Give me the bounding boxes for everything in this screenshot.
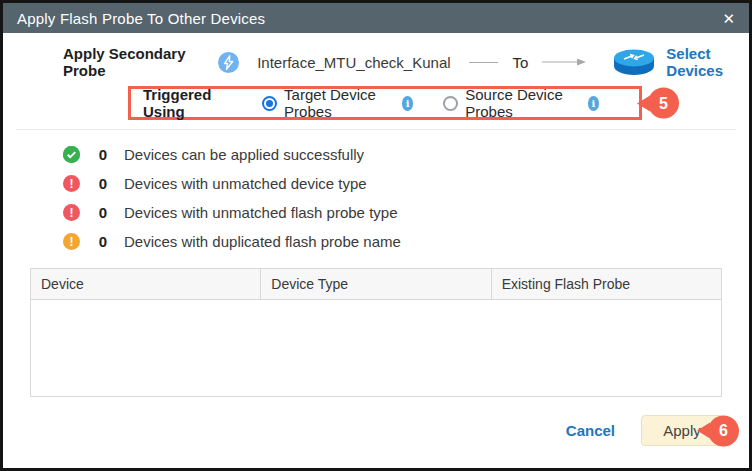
callout-5-badge: 5 (648, 88, 679, 119)
error-exclamation-icon: ! (63, 175, 80, 192)
status-list: 0 Devices can be applied successfully ! … (3, 140, 749, 256)
apply-secondary-probe-row: Apply Secondary Probe Interface_MTU_chec… (3, 44, 749, 80)
devices-table-body (31, 300, 721, 396)
status-count: 0 (96, 233, 110, 250)
info-icon[interactable]: i (588, 96, 599, 111)
status-row-success: 0 Devices can be applied successfully (63, 140, 749, 169)
section-divider (16, 129, 736, 130)
info-icon[interactable]: i (402, 96, 413, 111)
status-row-unmatched-flash-probe-type: ! 0 Devices with unmatched flash probe t… (63, 198, 749, 227)
option-target-device-probes: Target Device Probes i (262, 86, 413, 120)
triggered-using-section: Triggered Using Target Device Probes i S… (128, 86, 642, 120)
success-check-icon (63, 146, 80, 163)
devices-table: Device Device Type Existing Flash Probe (30, 268, 722, 397)
close-icon[interactable]: ✕ (722, 11, 735, 26)
radio-source-device-probes[interactable] (443, 96, 458, 111)
connector-line (469, 62, 499, 63)
devices-table-header: Device Device Type Existing Flash Probe (31, 269, 721, 300)
radio-label: Source Device Probes (465, 86, 578, 120)
column-header-existing-flash-probe: Existing Flash Probe (491, 269, 721, 299)
status-count: 0 (96, 146, 110, 163)
callout-6-badge: 6 (708, 415, 739, 446)
status-row-duplicated-flash-probe-name: ! 0 Devices with duplicated flash probe … (63, 227, 749, 256)
column-header-device: Device (31, 269, 260, 299)
column-header-device-type: Device Type (260, 269, 490, 299)
radio-target-device-probes[interactable] (262, 96, 277, 111)
status-count: 0 (96, 204, 110, 221)
triggered-using-label: Triggered Using (143, 86, 234, 120)
status-row-unmatched-device-type: ! 0 Devices with unmatched device type (63, 169, 749, 198)
status-text: Devices can be applied successfully (124, 146, 364, 163)
arrow-right-icon (542, 57, 586, 67)
error-exclamation-icon: ! (63, 204, 80, 221)
status-count: 0 (96, 175, 110, 192)
status-text: Devices with duplicated flash probe name (124, 233, 401, 250)
apply-secondary-probe-label: Apply Secondary Probe (63, 45, 196, 79)
status-text: Devices with unmatched device type (124, 175, 367, 192)
dialog-title: Apply Flash Probe To Other Devices (17, 10, 265, 27)
radio-label: Target Device Probes (284, 86, 393, 120)
apply-button-wrap: Apply 6 (641, 415, 723, 446)
probe-name: Interface_MTU_check_Kunal (257, 54, 450, 71)
flash-probe-icon (218, 52, 239, 73)
select-devices-link[interactable]: Select Devices (666, 45, 749, 79)
to-label: To (512, 54, 528, 71)
status-text: Devices with unmatched flash probe type (124, 204, 397, 221)
cancel-button[interactable]: Cancel (566, 422, 615, 439)
dialog-titlebar: Apply Flash Probe To Other Devices ✕ (3, 3, 749, 33)
option-source-device-probes: Source Device Probes i (443, 86, 599, 120)
warning-exclamation-icon: ! (63, 233, 80, 250)
apply-flash-probe-dialog: Apply Flash Probe To Other Devices ✕ App… (0, 0, 752, 471)
dialog-footer: Cancel Apply 6 (566, 415, 723, 446)
router-device-icon (612, 48, 656, 76)
